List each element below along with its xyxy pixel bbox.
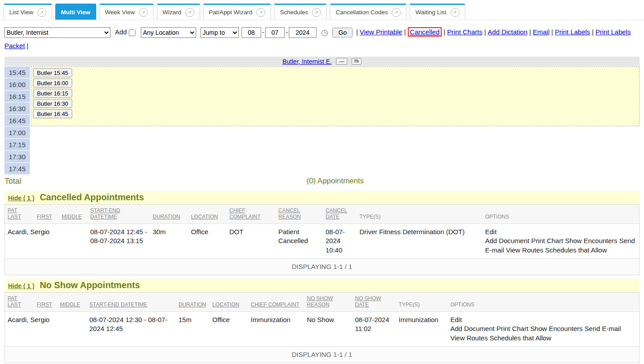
col-header-chief-complaint[interactable]: CHIEF COMPLAINT: [227, 205, 276, 224]
slot-button[interactable]: Butler 16:30: [33, 99, 72, 108]
total-label: Total: [4, 177, 31, 186]
tab-pat-appt-wizard[interactable]: Pat/Appt Wizard ↗: [203, 4, 271, 20]
view-routes-option[interactable]: View Routes: [506, 246, 543, 254]
col-header-cancel-date[interactable]: CANCEL DATE: [323, 205, 357, 224]
slot-button[interactable]: Butler 16:15: [33, 89, 72, 98]
col-header-cancel-reason[interactable]: CANCEL REASON: [276, 205, 323, 224]
provider-select[interactable]: Butler, Internist: [4, 27, 111, 38]
col-header-noshow-reason[interactable]: NO SHOW REASON: [304, 293, 353, 312]
schedule-grid: Butler, Internist E. — f/b 15:45 16:00 1…: [4, 57, 640, 187]
patient-middle: [57, 312, 87, 347]
popout-icon[interactable]: ↗: [139, 8, 148, 17]
tab-cancellation-codes[interactable]: Cancellation Codes ↗: [330, 4, 406, 20]
date-day-input[interactable]: [265, 27, 285, 38]
send-email-option[interactable]: Send E-mail: [585, 325, 621, 332]
col-header-noshow-date[interactable]: NO SHOW DATE: [353, 293, 396, 312]
add-checkbox[interactable]: [129, 29, 135, 36]
col-header-duration[interactable]: DURATION: [150, 205, 189, 224]
col-header-location[interactable]: LOCATION: [189, 205, 227, 224]
date-month-input[interactable]: [242, 27, 261, 38]
schedules-that-allow-option[interactable]: Schedules that Allow: [490, 334, 551, 342]
jump-to-select[interactable]: Jump to: [201, 27, 239, 38]
time-slot[interactable]: 16:45: [4, 115, 30, 126]
tab-label: Week View: [105, 9, 135, 16]
separator: |: [529, 28, 531, 36]
provider-link[interactable]: Butler, Internist E.: [283, 58, 332, 65]
popout-icon[interactable]: ↗: [185, 8, 194, 17]
fb-button[interactable]: f/b: [352, 58, 361, 65]
col-header-datetime[interactable]: START-END DATETIME: [88, 205, 150, 224]
popout-icon[interactable]: ↗: [451, 8, 459, 17]
tab-list-view[interactable]: List View ↗: [4, 4, 52, 20]
col-header-pat-last[interactable]: PAT LAST: [5, 293, 34, 312]
tab-label: Multi View: [61, 9, 90, 16]
tab-bar: List View ↗ Multi View Week View ↗ Wizar…: [0, 0, 644, 20]
tab-schedules[interactable]: Schedules ↗: [274, 4, 327, 20]
show-encounters-option[interactable]: Show Encounters: [565, 237, 618, 244]
appt-datetime: 08-07-2024 12:45 - 08-07-2024 13:15: [88, 224, 150, 259]
tab-week-view[interactable]: Week View ↗: [99, 4, 154, 20]
col-header-pat-last[interactable]: PAT LAST: [5, 205, 34, 224]
add-dictation-link[interactable]: Add Dictation: [488, 28, 527, 36]
print-chart-option[interactable]: Print Chart: [496, 325, 529, 332]
edit-option[interactable]: Edit: [485, 228, 637, 236]
cancelled-link[interactable]: Cancelled: [410, 28, 440, 36]
tab-wizard[interactable]: Wizard ↗: [157, 4, 200, 20]
popout-icon[interactable]: ↗: [256, 8, 265, 17]
go-button[interactable]: Go: [332, 28, 353, 37]
slot-button[interactable]: Butler 16:45: [33, 109, 72, 118]
col-header-first[interactable]: FIRST: [34, 293, 57, 312]
print-chart-option[interactable]: Print Chart: [531, 237, 563, 244]
clock-icon[interactable]: ◷: [321, 28, 328, 37]
cancelled-appointments-section: Hide ( 1 ) Cancelled Appointments PAT LA…: [4, 191, 640, 275]
col-header-datetime[interactable]: START-END DATETIME: [87, 293, 176, 312]
cancelled-section-title: Cancelled Appointments: [40, 192, 144, 203]
time-slot[interactable]: 17:15: [4, 139, 30, 150]
noshow-header-row: PAT LAST FIRST MIDDLE START-END DATETIME…: [5, 293, 640, 312]
col-header-duration[interactable]: DURATION: [176, 293, 210, 312]
col-header-middle[interactable]: MIDDLE: [57, 293, 87, 312]
cancel-reason: Patient Cancelled: [276, 224, 323, 259]
email-link[interactable]: Email: [533, 28, 550, 36]
col-header-types: TYPE(S): [396, 293, 448, 312]
popout-icon[interactable]: ↗: [37, 8, 46, 17]
date-year-input[interactable]: [289, 27, 316, 38]
separator: |: [404, 28, 406, 36]
add-document-option[interactable]: Add Document: [485, 237, 529, 244]
slot-button[interactable]: Butler 15:45: [33, 68, 72, 77]
hide-cancelled-link[interactable]: Hide ( 1 ): [8, 194, 34, 202]
time-slot[interactable]: 17:45: [4, 163, 30, 174]
add-label: Add: [115, 28, 127, 36]
patient-middle: [59, 224, 88, 259]
col-header-first[interactable]: FIRST: [34, 205, 59, 224]
col-header-types: TYPE(S): [357, 205, 483, 224]
tab-waiting-list[interactable]: Waiting List ↗: [410, 4, 465, 20]
view-routes-option[interactable]: View Routes: [451, 334, 488, 342]
time-slot[interactable]: 16:00: [4, 79, 30, 90]
time-slot[interactable]: 17:00: [4, 127, 30, 138]
separator: |: [592, 28, 594, 36]
schedules-that-allow-option[interactable]: Schedules that Allow: [545, 246, 607, 254]
slot-button[interactable]: Butler 16:00: [33, 79, 72, 87]
time-slot[interactable]: 16:15: [4, 91, 30, 102]
hide-noshow-link[interactable]: Hide ( 1 ): [8, 282, 34, 290]
col-header-chief-complaint[interactable]: CHIEF COMPLAINT: [248, 293, 304, 312]
table-row: Acardi, Sergio 08-07-2024 12:45 - 08-07-…: [5, 224, 640, 259]
popout-icon[interactable]: ↗: [392, 8, 401, 17]
add-document-option[interactable]: Add Document: [451, 325, 495, 332]
time-slot[interactable]: 15:45: [4, 66, 30, 78]
col-header-middle[interactable]: MIDDLE: [59, 205, 88, 224]
edit-option[interactable]: Edit: [451, 315, 637, 324]
print-charts-link[interactable]: Print Charts: [447, 28, 482, 36]
tab-multi-view[interactable]: Multi View: [55, 4, 96, 20]
popout-icon[interactable]: ↗: [312, 8, 321, 17]
time-slot[interactable]: 16:30: [4, 103, 30, 114]
print-labels-link[interactable]: Print Labels: [555, 28, 590, 36]
location-select[interactable]: Any Location: [141, 27, 196, 38]
noshow-section-bar: Hide ( 1 ) No Show Appointments: [4, 279, 640, 292]
time-slot[interactable]: 17:30: [4, 151, 30, 162]
col-header-location[interactable]: LOCATION: [210, 293, 248, 312]
view-printable-link[interactable]: View Printable: [360, 28, 402, 36]
collapse-button[interactable]: —: [336, 58, 347, 65]
show-encounters-option[interactable]: Show Encounters: [530, 325, 583, 332]
